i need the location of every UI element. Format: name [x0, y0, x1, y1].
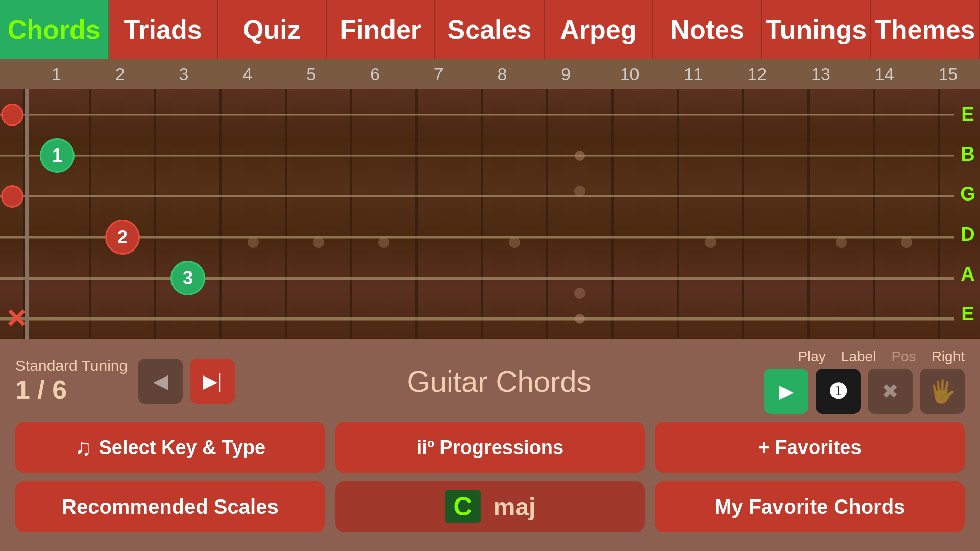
string-label-e-high: E — [961, 104, 974, 126]
svg-point-27 — [378, 237, 389, 248]
play-icon: ▶ — [779, 380, 794, 403]
svg-point-29 — [574, 186, 585, 197]
finger-1-marker[interactable]: 1 — [40, 138, 75, 173]
nav-triads[interactable]: Triads — [109, 0, 217, 59]
open-string-marker-3[interactable] — [1, 185, 23, 208]
pos-label: Pos — [891, 348, 916, 365]
finger-3-marker[interactable]: 3 — [170, 261, 205, 295]
tuning-info: Standard Tuning 1 / 6 — [15, 357, 128, 405]
open-string-marker-1[interactable] — [1, 104, 23, 126]
svg-point-31 — [705, 237, 716, 248]
svg-point-33 — [901, 237, 912, 248]
main-title: Guitar Chords — [235, 364, 764, 398]
next-icon: ▶| — [203, 370, 223, 392]
position-label: 1 / 6 — [15, 374, 67, 405]
svg-point-26 — [313, 237, 324, 248]
prev-icon: ◀ — [153, 370, 168, 392]
progressions-button[interactable]: iiº Progressions — [335, 422, 645, 473]
right-label: Right — [932, 348, 965, 365]
right-hand-button[interactable]: 🖐 — [920, 369, 965, 414]
controls-row-1: Standard Tuning 1 / 6 ◀ ▶| Guitar Chords… — [15, 348, 965, 414]
string-label-b: B — [961, 143, 974, 165]
inlay-hint-12-b — [575, 151, 585, 161]
finger-2-marker[interactable]: 2 — [105, 220, 140, 255]
pos-icon: ✖ — [881, 380, 899, 403]
label-label: Label — [841, 348, 876, 365]
controls-section: Standard Tuning 1 / 6 ◀ ▶| Guitar Chords… — [0, 339, 980, 551]
tuning-label: Standard Tuning — [15, 357, 128, 374]
nav-controls: Standard Tuning 1 / 6 ◀ ▶| — [15, 357, 235, 405]
string-label-g: G — [960, 183, 975, 205]
right-ctrl-buttons: ▶ ❶ ✖ 🖐 — [764, 369, 965, 414]
string-label-e-low: E — [961, 303, 974, 325]
svg-point-30 — [574, 288, 585, 299]
inlay-hint-12-e — [575, 314, 585, 324]
nav-tunings[interactable]: Tunings — [762, 0, 871, 59]
right-controls: Play Label Pos Right ▶ ❶ ✖ 🖐 — [764, 348, 965, 414]
nav-notes[interactable]: Notes — [653, 0, 762, 59]
navigation-bar: Chords Triads Quiz Finder Scales Arpeg N… — [0, 0, 980, 59]
nav-themes[interactable]: Themes — [871, 0, 980, 59]
nav-buttons: ◀ ▶| — [138, 359, 235, 404]
hand-icon: 🖐 — [928, 378, 957, 405]
select-key-type-button[interactable]: ♫ Select Key & Type — [15, 422, 325, 473]
chord-type-display: maj — [494, 493, 536, 521]
play-label: Play — [798, 348, 825, 365]
fret-number-row: 1 2 3 4 5 6 7 8 9 10 11 12 13 14 15 — [0, 59, 980, 89]
muted-string-marker[interactable]: ✕ — [5, 304, 28, 334]
nav-finder[interactable]: Finder — [327, 0, 435, 59]
nav-arpeg[interactable]: Arpeg — [545, 0, 653, 59]
chord-key-type-button[interactable]: C maj — [335, 481, 645, 532]
fretboard[interactable]: E B G D A E 1 2 3 ✕ — [0, 89, 980, 339]
pos-button[interactable]: ✖ — [868, 369, 913, 414]
string-label-a: A — [961, 263, 974, 285]
play-button[interactable]: ▶ — [764, 369, 808, 414]
svg-rect-23 — [24, 89, 29, 339]
svg-point-28 — [509, 237, 520, 248]
controls-row-3: Recommended Scales C maj My Favorite Cho… — [15, 481, 965, 532]
nav-chords[interactable]: Chords — [0, 0, 109, 59]
string-label-d: D — [961, 223, 974, 245]
nav-quiz[interactable]: Quiz — [218, 0, 327, 59]
chord-key-display: C — [445, 490, 481, 523]
prev-chord-button[interactable]: ◀ — [138, 359, 183, 404]
label-button[interactable]: ❶ — [816, 369, 861, 414]
label-number-icon: ❶ — [828, 379, 848, 404]
next-chord-button[interactable]: ▶| — [190, 359, 235, 404]
svg-rect-1 — [0, 89, 980, 339]
music-note-icon: ♫ — [75, 435, 92, 460]
svg-point-25 — [248, 237, 259, 248]
svg-point-32 — [836, 237, 847, 248]
controls-row-2: ♫ Select Key & Type iiº Progressions + F… — [15, 422, 965, 473]
my-favorite-chords-button[interactable]: My Favorite Chords — [655, 481, 965, 532]
recommended-scales-button[interactable]: Recommended Scales — [15, 481, 325, 532]
string-labels: E B G D A E — [955, 89, 980, 339]
nav-scales[interactable]: Scales — [435, 0, 544, 59]
favorites-button[interactable]: + Favorites — [655, 422, 965, 473]
right-ctrl-labels: Play Label Pos Right — [798, 348, 965, 365]
